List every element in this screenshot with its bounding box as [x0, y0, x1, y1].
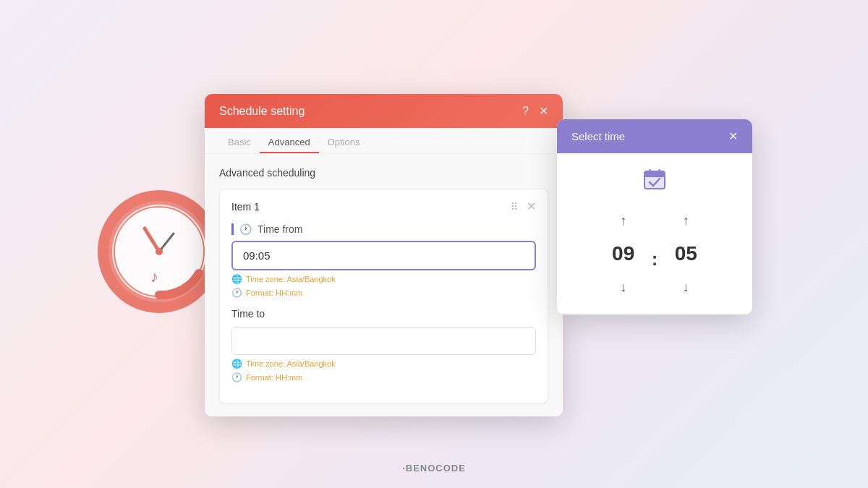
close-modal-button[interactable]: ✕: [539, 104, 548, 118]
time-from-input[interactable]: [231, 241, 536, 270]
time-from-field: 🕐 Time from 🌐 Time zone: Asia/Bangkok 🕐 …: [231, 223, 536, 298]
hours-column: ↑ 09 ↓: [598, 207, 649, 300]
item-number: Item 1: [231, 201, 260, 213]
time-to-input[interactable]: [231, 327, 536, 355]
footer-brand: ·BENOCODE: [402, 463, 466, 474]
advanced-scheduling-label: Advanced scheduling: [219, 167, 548, 179]
globe-icon-2: 🌐: [231, 359, 242, 369]
item-remove-button[interactable]: ✕: [527, 200, 536, 213]
time-to-format-hint: 🕐 Format: HH:mm: [231, 372, 536, 382]
clock-icon: 🕐: [239, 223, 252, 235]
minutes-value: 05: [675, 244, 697, 264]
footer-brand-name: BENOCODE: [406, 463, 466, 474]
select-time-body: ↑ 09 ↓ : ↑ 05 ↓: [557, 153, 752, 314]
tab-basic[interactable]: Basic: [219, 132, 260, 153]
select-time-close-button[interactable]: ✕: [728, 129, 738, 143]
select-time-title: Select time: [571, 130, 625, 142]
time-picker-icon-row: [571, 168, 738, 196]
hours-up-button[interactable]: ↑: [610, 207, 637, 234]
schedule-modal-header: Schedule setting ? ✕: [205, 94, 563, 128]
schedule-modal-title: Schedule setting: [219, 105, 305, 118]
svg-text:♪: ♪: [150, 267, 158, 286]
minutes-up-button[interactable]: ↑: [673, 207, 699, 234]
globe-icon: 🌐: [231, 274, 242, 284]
modal-header-actions: ? ✕: [522, 104, 548, 118]
schedule-tabs: Basic Advanced Options: [205, 128, 563, 154]
time-from-label: Time from: [258, 223, 302, 235]
minutes-column: ↑ 05 ↓: [660, 207, 711, 300]
clock-small-icon-2: 🕐: [231, 372, 242, 382]
help-button[interactable]: ?: [522, 105, 529, 118]
clock-small-icon: 🕐: [231, 288, 242, 298]
time-to-timezone-hint: 🌐 Time zone: Asia/Bangkok: [231, 359, 536, 369]
hours-value: 09: [612, 244, 634, 264]
time-separator: :: [652, 238, 658, 270]
time-from-timezone-hint: 🌐 Time zone: Asia/Bangkok: [231, 274, 536, 284]
time-to-label: Time to: [231, 308, 536, 320]
svg-rect-10: [649, 169, 651, 174]
item-card-actions: ⠿ ✕: [511, 200, 536, 213]
item-card-header: Item 1 ⠿ ✕: [231, 200, 536, 213]
svg-rect-9: [644, 171, 665, 177]
item-card: Item 1 ⠿ ✕ 🕐 Time from 🌐 Time zone: Asia…: [219, 189, 548, 403]
time-from-format-hint: 🕐 Format: HH:mm: [231, 288, 536, 298]
hours-down-button[interactable]: ↓: [610, 274, 637, 300]
select-time-popup: Select time ✕ ↑ 09: [557, 119, 752, 314]
svg-rect-11: [658, 169, 660, 174]
schedule-modal: Schedule setting ? ✕ Basic Advanced Opti…: [205, 94, 563, 416]
svg-point-6: [156, 248, 163, 255]
calendar-check-icon: [643, 168, 666, 196]
tab-advanced[interactable]: Advanced: [260, 132, 319, 153]
tab-options[interactable]: Options: [319, 132, 369, 153]
drag-handle-icon[interactable]: ⠿: [511, 201, 518, 213]
time-to-field: Time to 🌐 Time zone: Asia/Bangkok 🕐 Form…: [231, 308, 536, 382]
select-time-header: Select time ✕: [557, 119, 752, 153]
minutes-down-button[interactable]: ↓: [673, 274, 699, 300]
schedule-body: Advanced scheduling Item 1 ⠿ ✕ 🕐 Time fr…: [205, 154, 563, 416]
time-picker-controls: ↑ 09 ↓ : ↑ 05 ↓: [571, 207, 738, 300]
time-from-label-row: 🕐 Time from: [231, 223, 536, 235]
